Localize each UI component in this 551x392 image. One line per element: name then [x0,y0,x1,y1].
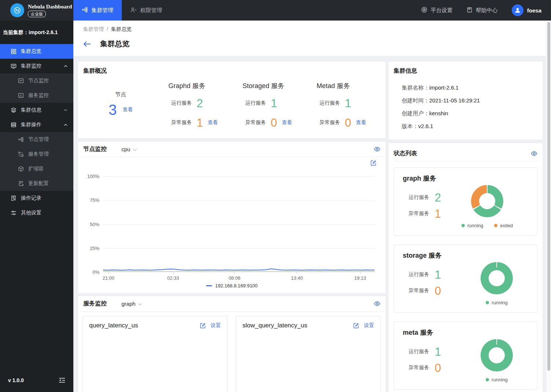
edit-panel-button[interactable] [353,323,359,329]
running-legend-dot [461,224,465,227]
cluster-monitor-submenu: 节点监控 服务监控 [0,73,73,103]
sidebar-item-label: 节点管理 [28,136,49,143]
view-abnormal-link[interactable]: 查看 [208,119,218,126]
chevron-down-icon [133,146,137,152]
right-column: 集群信息 集群名称：import-2.6.1 创建时间：2021-11-05 1… [388,62,543,392]
query-latency-panel: query_latency_us 设置 [83,316,227,392]
sidebar: 当前集群：import-2.6.1 集群总览 集群监控 节点监控 服务监控 [0,21,73,392]
eye-icon-button[interactable] [374,301,380,306]
top-navbar: Nebula Dashboard 企业版 集群管理 权限管理 平台设置 帮助中心 [0,0,551,21]
create-user-row: 创建用户：kenshin [402,110,543,117]
panel-title: query_latency_us [89,322,138,329]
y-tick: 25% [90,245,99,251]
abnormal-label: 异常服务 [409,287,429,294]
service-select[interactable]: graph [121,301,142,307]
info-value: kenshin [429,110,448,116]
nav-tabs: 集群管理 权限管理 [73,0,171,21]
panel-settings-link[interactable]: 设置 [364,322,374,329]
collapse-sidebar-button[interactable] [59,378,65,383]
y-tick: 75% [90,197,99,203]
metric-select[interactable]: cpu [121,146,137,152]
sidebar-item-label: 集群操作 [21,121,41,128]
abnormal-count: 0 [345,117,351,128]
metric-value: cpu [121,146,130,152]
user-menu[interactable]: foesa [512,4,541,16]
eye-icon-button[interactable] [374,146,380,152]
chart-legend[interactable]: 192.168.8.169:9100 [78,283,386,288]
platform-settings-button[interactable]: 平台设置 [421,7,453,14]
donut-legend: running [486,300,507,305]
running-label: 运行服务 [171,100,192,106]
abnormal-label: 异常服务 [409,210,429,217]
sidebar-item-cluster-monitor[interactable]: 集群监控 [0,59,73,73]
storage-status-donut-chart [481,262,513,294]
avatar [512,4,523,16]
breadcrumb-cluster-management[interactable]: 集群管理 [83,26,104,33]
edit-panel-button[interactable] [200,323,206,329]
donut-legend: running exited [461,223,513,228]
storaged-service-stat: Storaged 服务 运行服务 1 异常服务 0 查看 [233,75,307,129]
sidebar-item-update-config[interactable]: 更新配置 [0,176,73,191]
panel-settings-link[interactable]: 设置 [211,322,221,329]
sliders-icon [10,210,17,216]
storage-service-status-card: storage 服务 运行服务 1 异常服务 0 [394,244,537,313]
card-title: 节点监控 [83,145,107,153]
sidebar-item-cluster-info[interactable]: 集群信息 [0,103,73,117]
info-label: 集群名称： [402,84,429,91]
nebula-logo-icon [10,3,24,17]
sidebar-item-label: 集群监控 [21,63,41,69]
node-monitor-header: 节点监控 cpu [78,142,386,157]
sidebar-item-service-management[interactable]: 服务管理 [0,147,73,161]
sidebar-item-label: 其他设置 [21,210,41,216]
sidebar-item-service-monitor[interactable]: 服务监控 [0,88,73,103]
service-status-name: storage 服务 [403,251,528,260]
hierarchy-icon [18,137,24,143]
sidebar-item-scale[interactable]: 扩缩容 [0,161,73,176]
nav-action-label: 平台设置 [431,7,453,14]
sidebar-item-operation-records[interactable]: 操作记录 [0,191,73,206]
sidebar-item-other-settings[interactable]: 其他设置 [0,206,73,220]
view-abnormal-link[interactable]: 查看 [282,119,292,126]
cluster-info-card: 集群信息 集群名称：import-2.6.1 创建时间：2021-11-05 1… [388,62,543,139]
cpu-usage-chart: 100% 75% 50% 25% 0% 21:00 [103,176,375,272]
scrollbar-thumb[interactable] [547,22,550,371]
abnormal-count: 0 [271,117,277,128]
card-title: 服务监控 [83,300,107,308]
running-count: 1 [435,346,441,357]
eye-icon-button[interactable] [531,151,537,156]
enterprise-badge: 企业版 [28,11,46,17]
back-arrow-icon[interactable] [83,41,91,47]
settings-icon [421,7,427,14]
donut-legend: running [486,377,507,382]
panel-title: slow_query_latency_us [242,322,307,329]
sidebar-item-node-management[interactable]: 节点管理 [0,132,73,147]
y-tick: 0% [92,269,99,275]
sidebar-item-cluster-operation[interactable]: 集群操作 [0,117,73,132]
tab-cluster-management[interactable]: 集群管理 [73,0,122,21]
nebula-dashboard-app: Nebula Dashboard 企业版 集群管理 权限管理 平台设置 帮助中心 [0,0,551,392]
info-value: 2021-11-05 16:29:21 [429,97,480,104]
node-label: 节点 [83,91,159,98]
tab-label: 权限管理 [140,7,162,14]
service-status-name: graph 服务 [403,174,528,183]
x-tick-label: 02:33 [167,275,179,281]
chevron-down-icon [64,109,67,111]
meta-service-status-card: meta 服务 运行服务 1 异常服务 0 [394,322,537,390]
abnormal-count: 0 [435,362,441,374]
line-chart-icon [18,78,24,84]
view-nodes-link[interactable]: 查看 [123,106,133,113]
help-center-button[interactable]: 帮助中心 [467,7,498,14]
x-tick-label: 19:13 [354,275,366,281]
y-tick: 100% [87,174,99,179]
view-abnormal-link[interactable]: 查看 [356,119,366,126]
brand-text: Nebula Dashboard 企业版 [28,4,72,17]
service-monitor-card: 服务监控 graph query_latency_us [78,296,386,392]
info-label: 版本： [402,123,418,129]
chevron-up-icon [64,124,67,126]
content-body: 集群概况 节点 3 查看 Graphd 服务 运行服务 [73,56,546,392]
sidebar-item-node-monitor[interactable]: 节点监控 [0,73,73,88]
edit-chart-button[interactable] [371,160,376,166]
sidebar-item-cluster-overview[interactable]: 集群总览 [0,44,73,59]
tab-permission-management[interactable]: 权限管理 [122,0,171,21]
sidebar-menu: 集群总览 集群监控 节点监控 服务监控 集群信息 [0,44,73,220]
